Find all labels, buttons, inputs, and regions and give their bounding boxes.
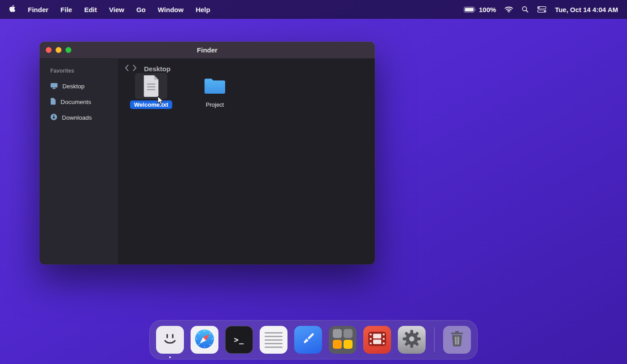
wifi-icon[interactable] — [505, 6, 513, 13]
sidebar-item-desktop[interactable]: Desktop — [47, 78, 113, 94]
finder-window: Finder Favorites Desktop — [39, 42, 375, 264]
text-file-icon — [135, 73, 167, 99]
menu-bar-left: Finder File Edit View Go Window Help — [9, 4, 210, 14]
sidebar-item-label: Desktop — [62, 83, 85, 90]
menu-item-help[interactable]: Help — [196, 6, 210, 13]
menu-item-finder[interactable]: Finder — [28, 6, 48, 13]
terminal-icon: >_ — [234, 335, 244, 344]
folder-project[interactable]: Project — [189, 73, 241, 109]
finder-sidebar: Favorites Desktop Documents — [39, 59, 118, 264]
current-folder-label: Desktop — [144, 65, 170, 73]
sidebar-item-label: Downloads — [62, 114, 92, 121]
menu-item-window[interactable]: Window — [158, 6, 183, 13]
menu-item-view[interactable]: View — [109, 6, 124, 13]
battery-percent: 100% — [479, 6, 496, 13]
menu-item-file[interactable]: File — [61, 6, 72, 13]
paintbrush-icon — [300, 331, 316, 348]
chevron-left-icon — [125, 65, 129, 73]
settings-gear-icon — [402, 329, 422, 351]
menu-bar-status: 100% Tue, Oct 14 4:04 AM — [464, 6, 618, 13]
chevron-right-icon — [133, 65, 137, 73]
dock-settings-icon[interactable] — [398, 326, 426, 354]
downloads-circle-icon — [50, 113, 57, 122]
minimize-button[interactable] — [56, 47, 61, 53]
sidebar-item-downloads[interactable]: Downloads — [47, 110, 113, 126]
window-body: Favorites Desktop Documents — [39, 59, 375, 264]
file-welcome-txt[interactable]: Welcome.txt — [125, 73, 177, 109]
finder-smiley-icon — [161, 331, 179, 348]
dock-finder-icon[interactable] — [156, 326, 184, 354]
dock-textedit-icon[interactable] — [260, 326, 287, 354]
zoom-button[interactable] — [65, 47, 71, 53]
path-bar: Desktop — [118, 59, 375, 73]
film-media-icon — [368, 332, 386, 348]
sidebar-section-title: Favorites — [50, 68, 113, 74]
menu-bar-clock[interactable]: Tue, Oct 14 4:04 AM — [555, 6, 618, 13]
apple-menu[interactable] — [9, 4, 16, 14]
window-titlebar[interactable]: Finder — [39, 42, 375, 59]
folder-icon — [199, 73, 231, 99]
window-title: Finder — [39, 46, 375, 54]
dock-divider — [434, 327, 435, 352]
menu-item-go[interactable]: Go — [136, 6, 146, 13]
file-name-label: Project — [202, 100, 228, 109]
dock-paint-icon[interactable] — [294, 326, 322, 354]
dock: >_ — [149, 320, 478, 360]
dock-trash-icon[interactable] — [443, 326, 471, 354]
textedit-icon — [265, 332, 283, 348]
dock-media-icon[interactable] — [363, 326, 391, 354]
dock-safari-icon[interactable] — [191, 326, 218, 354]
close-button[interactable] — [46, 47, 52, 53]
back-button[interactable] — [125, 65, 129, 73]
dock-terminal-icon[interactable]: >_ — [225, 326, 253, 354]
running-indicator — [169, 356, 171, 358]
sidebar-item-label: Documents — [61, 99, 91, 105]
sidebar-item-documents[interactable]: Documents — [47, 94, 113, 110]
menu-item-edit[interactable]: Edit — [84, 6, 97, 13]
battery-indicator[interactable]: 100% — [464, 6, 496, 13]
safari-compass-icon — [194, 329, 215, 351]
battery-icon — [464, 7, 476, 13]
trash-icon — [450, 331, 464, 349]
control-center-icon[interactable] — [537, 6, 546, 13]
file-name-label: Welcome.txt — [130, 100, 172, 109]
search-icon[interactable] — [522, 6, 529, 13]
app-grid-icon — [333, 329, 353, 351]
traffic-lights — [39, 47, 71, 53]
document-icon — [50, 98, 56, 106]
forward-button[interactable] — [133, 65, 137, 73]
dock-app-grid-icon[interactable] — [329, 326, 357, 354]
finder-content: Desktop Welcome.txt — [118, 59, 375, 264]
apple-icon — [9, 4, 16, 14]
desktop-monitor-icon — [50, 82, 58, 91]
menu-bar: Finder File Edit View Go Window Help 100… — [0, 0, 627, 19]
